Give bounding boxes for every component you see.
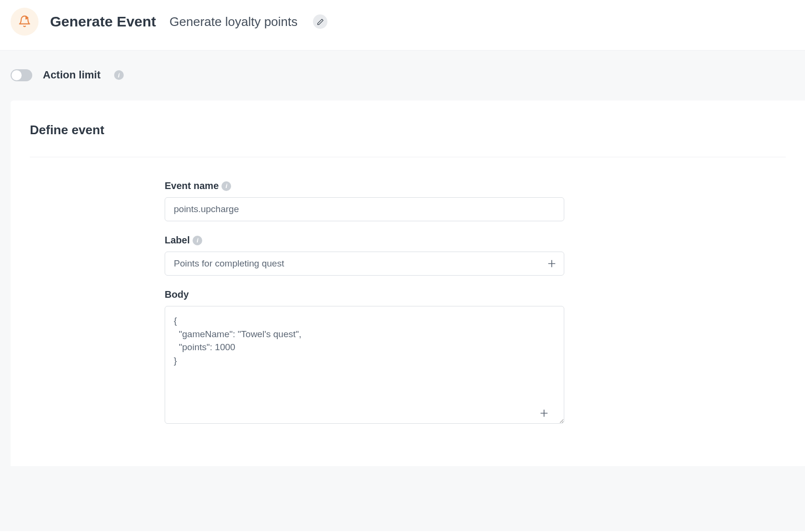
label-input[interactable] bbox=[165, 252, 564, 276]
plus-icon bbox=[547, 259, 557, 268]
info-icon[interactable]: i bbox=[114, 70, 124, 80]
card-divider bbox=[30, 157, 786, 157]
edit-title-button[interactable] bbox=[313, 14, 327, 29]
card-title: Define event bbox=[30, 123, 786, 138]
event-name-input[interactable] bbox=[165, 197, 564, 221]
label-field: Label i bbox=[165, 235, 564, 276]
info-icon[interactable]: i bbox=[193, 236, 202, 245]
page-title: Generate Event bbox=[50, 13, 156, 30]
event-name-label: Event name bbox=[165, 180, 219, 191]
info-icon[interactable]: i bbox=[221, 181, 231, 191]
page-header: Generate Event Generate loyalty points bbox=[0, 0, 805, 50]
add-body-variable-button[interactable] bbox=[537, 406, 551, 420]
page-subtitle: Generate loyalty points bbox=[169, 14, 298, 29]
plus-icon bbox=[539, 408, 549, 418]
event-form: Event name i Label i bbox=[165, 180, 564, 426]
body-textarea[interactable] bbox=[165, 306, 564, 424]
add-label-variable-button[interactable] bbox=[545, 257, 558, 270]
action-limit-toggle[interactable] bbox=[11, 69, 32, 81]
define-event-card: Define event Event name i Label i bbox=[11, 101, 805, 466]
body-field-label: Body bbox=[165, 289, 189, 300]
event-name-field: Event name i bbox=[165, 180, 564, 221]
body-area: Action limit i Define event Event name i… bbox=[0, 50, 805, 531]
action-limit-row: Action limit i bbox=[0, 51, 805, 101]
event-bell-icon bbox=[11, 8, 39, 36]
body-field: Body bbox=[165, 289, 564, 426]
label-field-label: Label bbox=[165, 235, 190, 246]
pencil-icon bbox=[317, 18, 324, 25]
action-limit-label: Action limit bbox=[43, 69, 101, 81]
toggle-knob bbox=[12, 70, 22, 80]
